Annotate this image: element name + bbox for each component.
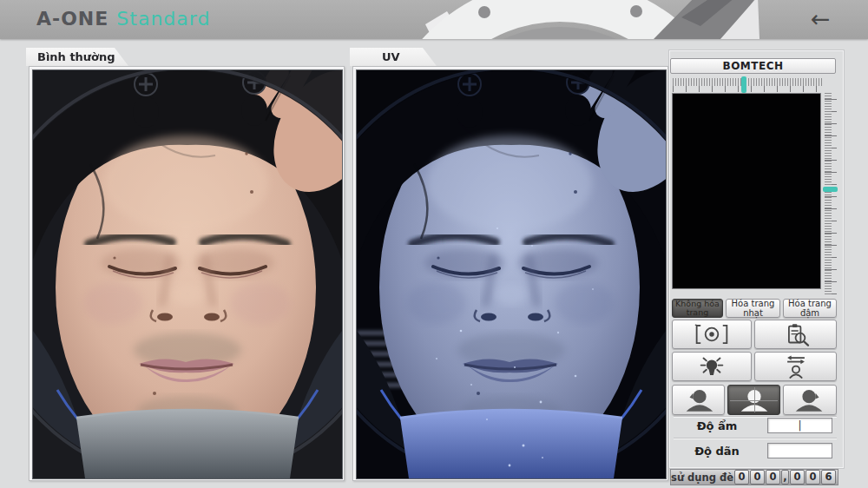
horizontal-ruler-marker[interactable] <box>741 76 746 93</box>
face-view-front[interactable] <box>727 385 780 415</box>
makeup-option-heavy-label: Hóa trang đậm <box>785 299 835 318</box>
app-title: A-ONEStandard <box>36 8 210 30</box>
elasticity-input[interactable] <box>767 443 832 458</box>
makeup-option-none-label: Không hóa trang <box>674 300 721 318</box>
horizontal-ruler <box>673 78 822 92</box>
light-button[interactable] <box>672 352 752 381</box>
uv-image-frame <box>352 66 668 481</box>
skin-analyzer-window: A-ONEStandard ← Bình thường <box>0 0 868 488</box>
report-search-icon <box>780 323 812 346</box>
moisture-label: Độ ẩm <box>672 419 762 434</box>
uv-image <box>356 69 667 479</box>
face-right-icon <box>792 388 828 412</box>
tab-uv-label: UV <box>350 48 400 66</box>
usage-comma: , <box>781 470 789 485</box>
moisture-input[interactable]: | <box>767 418 832 433</box>
back-arrow-icon[interactable]: ← <box>803 3 838 35</box>
app-title-main: A-ONE <box>36 8 108 30</box>
app-title-sub: Standard <box>116 8 210 30</box>
usage-digit: 6 <box>821 470 836 485</box>
compare-faces-icon <box>780 354 812 379</box>
usage-digit: 0 <box>734 470 749 485</box>
vertical-ruler-marker[interactable] <box>823 187 838 192</box>
face-view-left[interactable] <box>672 385 725 415</box>
camera-preview <box>672 93 821 289</box>
camera-capture-icon <box>694 324 730 345</box>
device-photo <box>421 0 760 39</box>
compare-button[interactable] <box>754 352 837 381</box>
capture-button[interactable] <box>672 320 752 349</box>
crosshair-v <box>754 387 755 412</box>
makeup-option-light[interactable]: Hóa trang nhạt <box>726 299 780 318</box>
makeup-option-light-label: Hóa trang nhạt <box>727 299 779 318</box>
lamp-usage-counter: ng sử dụng đè 0 0 0 , 0 0 6 <box>670 469 838 485</box>
report-button[interactable] <box>754 320 837 349</box>
lamp-usage-label: ng sử dụng đè <box>671 472 733 484</box>
header-bar: A-ONEStandard ← <box>0 0 868 39</box>
face-view-right[interactable] <box>783 385 837 415</box>
normal-image-frame <box>29 66 345 481</box>
usage-digit: 0 <box>750 470 765 485</box>
brand-button[interactable]: BOMTECH <box>670 58 836 74</box>
lamp-usage-digits: 0 0 0 , 0 0 6 <box>734 470 838 485</box>
elasticity-label: Độ dãn <box>672 444 762 459</box>
tab-normal-label: Bình thường <box>26 50 115 63</box>
usage-digit: 0 <box>766 470 780 485</box>
usage-digit: 0 <box>790 470 805 485</box>
makeup-option-none[interactable]: Không hóa trang <box>672 299 723 318</box>
makeup-option-heavy[interactable]: Hóa trang đậm <box>783 299 837 318</box>
usage-digit: 0 <box>806 470 820 485</box>
tab-normal[interactable]: Bình thường <box>26 48 128 66</box>
light-icon <box>695 355 728 379</box>
text-caret: | <box>798 419 801 432</box>
normal-image <box>32 69 343 479</box>
divider <box>674 438 837 439</box>
face-left-icon <box>681 388 717 412</box>
tab-uv[interactable]: UV <box>350 48 437 66</box>
lamp-usage-label-clip: ng sử dụng đè <box>671 470 734 485</box>
vertical-ruler <box>825 93 837 294</box>
